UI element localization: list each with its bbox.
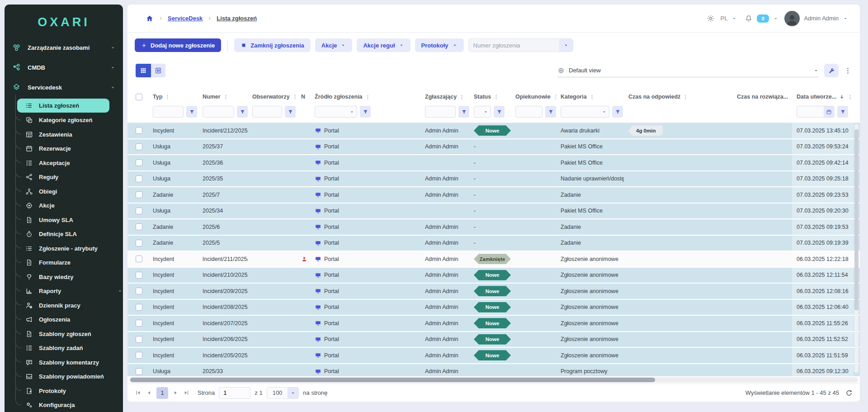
sidebar-item-bazy-wiedzy[interactable]: Bazy wiedzy [5,270,123,284]
horizontal-scrollbar-thumb[interactable] [130,378,655,382]
table-row[interactable]: IncydentIncident/212/2025/3/7PortalAdmin… [127,123,860,139]
sidebar-item-szablony-zg-osze[interactable]: Szablony zgłoszeń [5,327,123,341]
column-menu-icon[interactable] [493,94,499,100]
row-checkbox[interactable] [136,336,142,343]
actions-dropdown[interactable]: Akcje [315,38,353,52]
filter-input-opiekunowie[interactable] [515,106,542,118]
row-checkbox[interactable] [136,288,142,294]
row-checkbox[interactable] [136,320,142,327]
filter-select-zrodlo[interactable] [315,106,357,118]
sidebar-item-formularze[interactable]: Formularze [5,256,123,270]
sidebar-item-akcje[interactable]: Akcje [5,199,123,213]
ticket-number-input[interactable] [469,42,559,49]
filter-input-numer[interactable] [203,106,234,118]
column-menu-icon[interactable] [292,94,297,100]
ticket-number-dropdown[interactable] [559,38,573,52]
sidebar-item-szablony-zada[interactable]: Szablony zadań [5,341,123,355]
row-checkbox[interactable] [136,368,142,375]
table-row[interactable]: IncydentIncident/211/2025/3/6PortalAdmin… [127,251,860,268]
row-checkbox[interactable] [136,143,142,150]
table-row[interactable]: Usługa2025/35PortalAdmin Admin-Nadanie u… [127,171,860,188]
table-row[interactable]: Usługa2025/33PortalAdmin AdminProgram po… [127,364,860,377]
kanban-view-button[interactable] [151,64,165,77]
breadcrumb-servicedesk[interactable]: ServiceDesk [168,15,203,22]
date-picker-button[interactable] [824,106,834,117]
filter-input-obserwatorzy[interactable] [252,106,282,118]
row-checkbox[interactable] [136,175,142,182]
page-size-select[interactable]: 100 [267,387,299,399]
sidebar-item-lista-zg-osze[interactable]: Lista zgłoszeń [17,99,109,113]
table-row[interactable]: IncydentIncident/210/2025/3/6PortalAdmin… [127,268,860,284]
sidebar-item-konfiguracja[interactable]: Konfiguracja [5,398,123,412]
gear-icon[interactable] [707,14,715,23]
next-page-button[interactable] [172,389,179,396]
column-menu-icon[interactable] [365,94,371,100]
sidebar-item-definicje-sla[interactable]: Definicje SLA [5,227,123,242]
filter-input-zglaszajacy[interactable] [425,106,456,118]
table-row[interactable]: IncydentIncident/205/2025/3/6PortalAdmin… [127,348,860,364]
row-checkbox[interactable] [136,223,142,230]
sidebar-item-rezerwacje[interactable]: Rezerwacje [5,142,123,156]
row-checkbox[interactable] [136,256,142,262]
row-checkbox[interactable] [136,208,142,214]
vertical-scrollbar-thumb[interactable] [854,129,859,310]
avatar[interactable] [784,11,800,26]
sidebar-item-regu-y[interactable]: Reguły [5,170,123,185]
filter-button-typ[interactable] [186,106,197,118]
add-ticket-button[interactable]: Dodaj nowe zgłoszenie [135,38,221,52]
filter-button-kategoria[interactable] [612,106,623,118]
protocols-dropdown[interactable]: Protokoły [415,38,464,52]
sidebar-item-akceptacje[interactable]: Akceptacje [5,156,123,170]
sidebar-item-raporty[interactable]: Raporty [5,284,123,298]
filter-button-status[interactable] [494,106,505,118]
sidebar-item-szablony-powiadomie[interactable]: Szablony powiadomień [5,369,123,384]
rule-actions-dropdown[interactable]: Akcje reguł [357,38,410,52]
column-menu-icon[interactable] [553,94,556,100]
select-all-checkbox[interactable] [136,94,142,100]
table-row[interactable]: Usługa2025/34Portal-Pakiet MS Office07.0… [127,204,860,220]
table-row[interactable]: Usługa2025/37PortalAdmin Admin-Pakiet MS… [127,139,860,156]
customize-view-button[interactable] [824,64,839,77]
column-menu-icon[interactable] [165,94,170,100]
column-menu-icon[interactable] [589,94,595,100]
home-icon[interactable] [146,14,154,23]
table-row[interactable]: IncydentIncident/207/2025/3/6PortalAdmin… [127,316,860,332]
row-checkbox[interactable] [136,272,142,279]
row-checkbox[interactable] [136,240,142,246]
row-checkbox[interactable] [136,191,142,198]
sidebar-item-dziennik-pracy[interactable]: Dziennik pracy [5,298,123,313]
table-row[interactable]: IncydentIncident/208/2025/3/6PortalAdmin… [127,300,860,316]
filter-button-opiekunowie[interactable] [545,106,556,118]
table-row[interactable]: IncydentIncident/209/2025/3/6PortalAdmin… [127,284,860,300]
page-number-button[interactable]: 1 [156,387,168,399]
table-row[interactable]: Zadanie2025/7PortalAdmin Admin-Zadanie07… [127,187,860,204]
language-selector[interactable]: PL [721,15,728,22]
sidebar-item-og-oszenia[interactable]: Ogłoszenia [5,313,123,327]
filter-select-status[interactable] [474,106,491,118]
vertical-scrollbar[interactable] [854,124,859,373]
column-menu-icon[interactable] [847,94,853,100]
row-checkbox[interactable] [136,127,142,134]
refresh-button[interactable] [845,389,853,397]
table-row[interactable]: Usługa2025/36Portal-Pakiet MS Office07.0… [127,155,860,171]
filter-button-zglaszajacy[interactable] [458,106,469,118]
sidebar-group-cmdb[interactable]: CMDB [5,57,123,77]
row-checkbox[interactable] [136,352,142,359]
column-menu-icon[interactable] [683,94,689,100]
row-checkbox[interactable] [136,304,142,311]
grid-view-button[interactable] [136,64,151,77]
filter-input-typ[interactable] [153,106,184,118]
sidebar-item-zestawienia[interactable]: Zestawienia [5,128,123,142]
close-tickets-button[interactable]: Zamknij zgłoszenia [234,38,310,52]
table-row[interactable]: Zadanie2025/6PortalAdmin Admin-Zadanie07… [127,219,860,236]
sidebar-item-umowy-sla[interactable]: Umowy SLA [5,213,123,227]
table-row[interactable]: IncydentIncident/206/2025/3/6PortalAdmin… [127,332,860,348]
horizontal-scrollbar-track[interactable] [129,377,858,383]
previous-page-button[interactable] [146,389,152,396]
last-page-button[interactable] [183,389,190,396]
sidebar-item-protoko-y[interactable]: Protokoły [5,384,123,398]
view-menu-button[interactable] [844,67,852,75]
sidebar-item-kategorie-zg-osze[interactable]: Kategorie zgłoszeń [5,113,123,128]
filter-button-obserwatorzy[interactable] [285,106,296,118]
row-checkbox[interactable] [136,159,142,166]
